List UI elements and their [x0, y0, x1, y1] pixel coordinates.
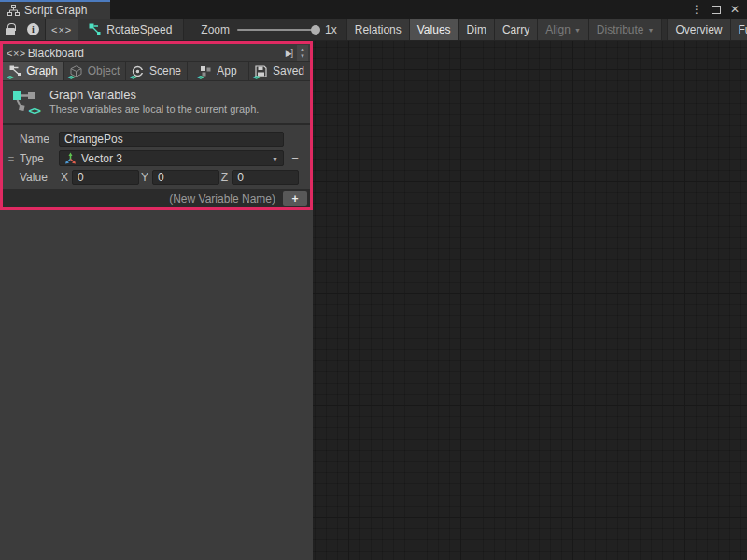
full-screen-button[interactable]: Full Screen: [730, 19, 747, 40]
document-tabstrip: Script Graph ⋮ ✕: [0, 0, 747, 19]
variable-value-row: Value X Y Z: [3, 168, 310, 187]
align-dropdown[interactable]: Align ▼: [537, 19, 588, 40]
zoom-control: Zoom 1x: [184, 19, 345, 40]
axis-y-label: Y: [141, 171, 148, 184]
graph-variables-section: <> Graph Variables These variables are l…: [3, 81, 310, 125]
hierarchy-icon: [7, 5, 20, 17]
zoom-label: Zoom: [201, 23, 230, 36]
maximize-icon[interactable]: [712, 6, 721, 14]
blackboard-tabs: <> Graph <> Object: [3, 61, 310, 81]
zoom-slider[interactable]: [237, 29, 317, 31]
zoom-slider-knob[interactable]: [311, 25, 320, 35]
graph-canvas[interactable]: [313, 41, 747, 560]
saved-tab-icon: <>: [255, 65, 268, 77]
new-variable-row: +: [3, 189, 310, 207]
blackboard-panel: <×> Blackboard ▶] ▲ ▼: [0, 41, 313, 210]
chevron-down-icon: ▼: [648, 27, 655, 34]
variable-name-input[interactable]: [59, 132, 284, 147]
object-tab-icon: <>: [70, 65, 83, 77]
info-icon: i: [27, 23, 39, 35]
relations-button[interactable]: Relations: [346, 19, 409, 40]
graph-toolbar: i <×> RotateSpeed Zoom 1x Relations Valu…: [0, 19, 747, 41]
blackboard-icon: <×>: [7, 48, 26, 59]
section-description: These variables are local to the current…: [49, 104, 259, 115]
info-button[interactable]: i: [21, 19, 46, 40]
value-label: Value: [20, 171, 59, 184]
arrow-up-icon[interactable]: ▲: [300, 47, 305, 53]
tab-script-graph[interactable]: Script Graph: [0, 0, 110, 19]
variable-name-row: Name: [3, 129, 310, 148]
axis-z-input[interactable]: [232, 170, 299, 185]
tabstrip-spacer: [110, 0, 684, 19]
graph-variables-icon: <>: [12, 89, 38, 115]
type-dropdown[interactable]: Vector 3 ▼: [59, 150, 284, 166]
window-menu-icon[interactable]: ⋮: [691, 4, 702, 15]
graph-breadcrumb[interactable]: RotateSpeed: [78, 19, 184, 40]
axis-x-input[interactable]: [72, 170, 139, 185]
toolbar-right-group: Relations Values Dim Carry Align ▼ Distr…: [346, 19, 747, 40]
type-value: Vector 3: [81, 152, 122, 165]
name-label: Name: [20, 133, 59, 146]
blackboard-header[interactable]: <×> Blackboard ▶] ▲ ▼: [3, 44, 310, 61]
chevron-down-icon: ▼: [574, 27, 581, 34]
variable-card: Name = Type: [3, 125, 310, 189]
close-icon[interactable]: ✕: [730, 4, 740, 15]
arrow-down-icon[interactable]: ▼: [300, 53, 305, 60]
dock-icon[interactable]: ▶]: [284, 49, 294, 58]
tab-object[interactable]: <> Object: [64, 62, 126, 80]
section-title: Graph Variables: [49, 88, 259, 102]
axis-z-label: Z: [221, 171, 228, 184]
graph-name: RotateSpeed: [106, 23, 172, 36]
remove-variable-button[interactable]: −: [291, 152, 299, 164]
tab-app[interactable]: <> App: [188, 62, 249, 80]
values-button[interactable]: Values: [409, 19, 458, 40]
app-tab-icon: <>: [199, 65, 212, 77]
vector3-icon: [64, 152, 77, 164]
overview-button[interactable]: Overview: [667, 19, 729, 40]
blackboard-title: Blackboard: [28, 47, 84, 60]
tab-graph[interactable]: <> Graph: [3, 62, 64, 80]
dim-button[interactable]: Dim: [458, 19, 494, 40]
chevron-down-icon: ▼: [272, 156, 278, 162]
add-variable-button[interactable]: +: [283, 191, 307, 206]
tab-scene[interactable]: <> Scene: [126, 62, 188, 80]
new-variable-input[interactable]: [3, 189, 283, 207]
zoom-value: 1x: [325, 23, 337, 36]
carry-button[interactable]: Carry: [494, 19, 537, 40]
scroll-spinner[interactable]: ▲ ▼: [297, 45, 308, 62]
lock-icon: [6, 28, 15, 35]
graph-node-icon: [88, 23, 101, 35]
variable-type-row: = Type: [3, 148, 310, 168]
drag-handle-icon[interactable]: =: [3, 153, 20, 164]
tab-title: Script Graph: [24, 4, 87, 17]
sidebar-empty-area: [0, 210, 313, 560]
scene-tab-icon: <>: [132, 65, 145, 77]
axis-y-input[interactable]: [152, 170, 219, 185]
lock-button[interactable]: [0, 19, 21, 40]
blackboard-toggle-button[interactable]: <×>: [46, 19, 78, 40]
script-graph-window: Script Graph ⋮ ✕ i <×> RotateSpeed: [0, 0, 747, 560]
graph-tab-icon: <>: [8, 65, 21, 77]
blackboard-sidebar: <×> Blackboard ▶] ▲ ▼: [0, 41, 313, 560]
distribute-dropdown[interactable]: Distribute ▼: [588, 19, 662, 40]
type-label: Type: [20, 152, 59, 165]
axis-x-label: X: [61, 171, 68, 184]
tab-saved[interactable]: <> Saved: [249, 62, 310, 80]
